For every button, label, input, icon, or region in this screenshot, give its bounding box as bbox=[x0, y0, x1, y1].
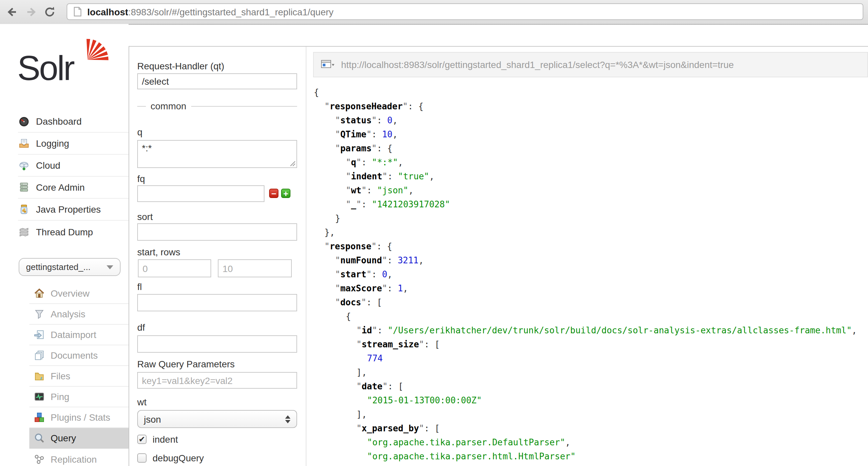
sidebar-item-label: Logging bbox=[36, 138, 69, 149]
core-menu-item-ping[interactable]: Ping bbox=[29, 387, 129, 407]
json-line: "maxScore": 1, bbox=[314, 281, 868, 295]
sidebar-item-dashboard[interactable]: Dashboard bbox=[18, 111, 129, 133]
wt-select[interactable]: json bbox=[137, 410, 297, 428]
browser-reload-button[interactable] bbox=[43, 5, 57, 19]
solr-logo-text: Solr bbox=[17, 49, 73, 87]
address-url-domain: localhost bbox=[87, 6, 128, 17]
reload-icon bbox=[43, 5, 57, 19]
thread-dump-icon bbox=[18, 226, 29, 237]
sidebar-core-menu: OverviewAnalysisDataimportDocumentsFiles… bbox=[0, 283, 129, 466]
start-rows-label: start, rows bbox=[137, 247, 180, 257]
json-line: "responseHeader": { bbox=[314, 99, 868, 113]
json-line: "indent": "true", bbox=[314, 169, 868, 183]
wt-select-value: json bbox=[144, 414, 285, 424]
sort-label: sort bbox=[137, 211, 153, 222]
json-line: "QTime": 10, bbox=[314, 127, 868, 141]
sidebar-item-java-properties[interactable]: Java Properties bbox=[18, 199, 129, 221]
cloud-icon bbox=[18, 160, 29, 171]
query-form: Request-Handler (qt) common q fq − + sor… bbox=[129, 47, 306, 466]
sidebar-item-core-admin[interactable]: Core Admin bbox=[18, 177, 129, 199]
json-line: "params": { bbox=[314, 141, 868, 155]
browser-toolbar: localhost:8983/solr/#/gettingstarted_sha… bbox=[0, 0, 868, 25]
indent-checkbox[interactable]: ✔ bbox=[137, 435, 147, 444]
indent-label: indent bbox=[153, 434, 178, 445]
json-line: "q": "*:*", bbox=[314, 155, 868, 169]
core-menu-item-label: Files bbox=[51, 371, 70, 381]
df-input[interactable] bbox=[137, 335, 297, 353]
ping-icon bbox=[33, 391, 44, 402]
section-common-label: common bbox=[151, 101, 186, 111]
request-handler-input[interactable] bbox=[137, 73, 297, 89]
core-menu-item-label: Analysis bbox=[51, 309, 85, 319]
json-line: }, bbox=[314, 225, 868, 239]
address-url-path: :8983/solr/#/gettingstarted_shard1_repli… bbox=[128, 6, 333, 17]
url-link-icon bbox=[321, 60, 335, 70]
core-menu-item-label: Documents bbox=[51, 350, 98, 361]
section-common: common bbox=[137, 101, 297, 111]
json-line: "status": 0, bbox=[314, 113, 868, 127]
json-line: } bbox=[314, 211, 868, 225]
json-line: { bbox=[314, 309, 868, 323]
core-menu-item-query[interactable]: Query bbox=[29, 428, 129, 449]
sidebar-item-cloud[interactable]: Cloud bbox=[18, 155, 129, 177]
debugquery-checkbox-row[interactable]: debugQuery bbox=[137, 453, 204, 463]
wt-label: wt bbox=[137, 397, 147, 407]
sidebar-item-thread-dump[interactable]: Thread Dump bbox=[18, 221, 129, 243]
core-menu-item-label: Query bbox=[51, 433, 76, 443]
minus-icon: − bbox=[271, 189, 276, 198]
json-line: 774 bbox=[314, 351, 868, 365]
page-favicon bbox=[73, 7, 82, 17]
rows-input[interactable] bbox=[218, 259, 292, 277]
core-menu-item-replication[interactable]: Replication bbox=[29, 449, 129, 466]
check-icon: ✔ bbox=[138, 435, 145, 444]
core-menu-item-overview[interactable]: Overview bbox=[29, 283, 129, 304]
solr-logo: Solr bbox=[17, 43, 117, 96]
json-line: "x_parsed_by": [ bbox=[314, 421, 868, 435]
q-textarea[interactable] bbox=[137, 140, 297, 168]
fl-input[interactable] bbox=[137, 294, 297, 311]
plus-icon: + bbox=[283, 189, 288, 198]
java-properties-icon bbox=[18, 204, 29, 215]
sidebar: Solr DashboardLoggingCloudCore AdminJava… bbox=[0, 24, 129, 466]
core-menu-item-documents[interactable]: Documents bbox=[29, 345, 129, 366]
solr-sunburst-icon bbox=[83, 37, 111, 61]
sidebar-item-label: Thread Dump bbox=[36, 226, 93, 237]
df-label: df bbox=[137, 322, 145, 333]
sidebar-item-label: Java Properties bbox=[36, 204, 101, 215]
core-menu-item-files[interactable]: Files bbox=[29, 366, 129, 387]
debugquery-label: debugQuery bbox=[153, 453, 204, 463]
sidebar-main-menu: DashboardLoggingCloudCore AdminJava Prop… bbox=[0, 111, 129, 243]
browser-back-button[interactable] bbox=[5, 5, 19, 19]
response-url-bar[interactable]: http://localhost:8983/solr/gettingstarte… bbox=[313, 52, 868, 77]
sort-input[interactable] bbox=[137, 223, 297, 241]
core-menu-item-label: Dataimport bbox=[51, 329, 96, 340]
add-fq-button[interactable]: + bbox=[281, 189, 290, 198]
sidebar-item-logging[interactable]: Logging bbox=[18, 133, 129, 155]
core-menu-item-dataimport[interactable]: Dataimport bbox=[29, 325, 129, 345]
browser-forward-button[interactable] bbox=[24, 5, 39, 19]
sidebar-item-label: Dashboard bbox=[36, 116, 82, 127]
json-line: "docs": [ bbox=[314, 295, 868, 309]
fq-input[interactable] bbox=[137, 185, 265, 202]
start-input[interactable] bbox=[138, 259, 211, 277]
back-arrow-icon bbox=[5, 5, 19, 19]
logging-icon bbox=[18, 138, 29, 149]
raw-query-params-input[interactable] bbox=[137, 372, 297, 389]
address-bar[interactable]: localhost:8983/solr/#/gettingstarted_sha… bbox=[67, 3, 863, 20]
dashboard-icon bbox=[18, 116, 29, 127]
raw-query-params-label: Raw Query Parameters bbox=[137, 359, 235, 369]
core-menu-item-analysis[interactable]: Analysis bbox=[29, 304, 129, 325]
core-menu-item-label: Replication bbox=[51, 454, 97, 464]
dataimport-icon bbox=[33, 329, 44, 340]
sidebar-item-label: Core Admin bbox=[36, 182, 85, 193]
indent-checkbox-row[interactable]: ✔ indent bbox=[137, 434, 178, 445]
main-content: Request-Handler (qt) common q fq − + sor… bbox=[129, 46, 868, 466]
remove-fq-button[interactable]: − bbox=[269, 189, 278, 198]
core-selector-dropdown[interactable]: gettingstarted_... bbox=[19, 258, 121, 276]
magnifier-icon bbox=[33, 432, 44, 444]
core-menu-item-plugins-stats[interactable]: Plugins / Stats bbox=[29, 407, 129, 428]
debugquery-checkbox[interactable] bbox=[137, 453, 147, 463]
json-line: "numFound": 3211, bbox=[314, 253, 868, 267]
fq-label: fq bbox=[137, 173, 145, 184]
response-url-text: http://localhost:8983/solr/gettingstarte… bbox=[341, 59, 734, 70]
